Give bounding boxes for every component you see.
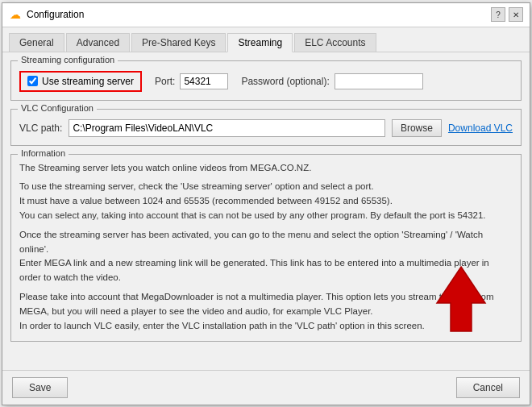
help-button[interactable]: ? xyxy=(491,7,505,22)
tab-pre-shared-keys[interactable]: Pre-Shared Keys xyxy=(131,33,226,52)
save-button[interactable]: Save xyxy=(12,377,68,398)
info-para-3: Once the streaming server has been activ… xyxy=(19,228,513,285)
main-area: Streaming configuration Use streaming se… xyxy=(2,52,530,370)
close-button[interactable]: ✕ xyxy=(509,7,523,22)
window-title: Configuration xyxy=(27,9,491,20)
browse-button[interactable]: Browse xyxy=(392,119,442,137)
title-bar: ☁ Configuration ? ✕ xyxy=(2,3,530,27)
cloud-icon: ☁ xyxy=(10,8,21,21)
content-area: Streaming configuration Use streaming se… xyxy=(2,52,530,359)
vlc-config-label: VLC Configuration xyxy=(18,103,97,113)
configuration-window: ☁ Configuration ? ✕ General Advanced Pre… xyxy=(2,2,530,405)
streaming-config-label: Streaming configuration xyxy=(18,55,118,64)
vlc-path-input[interactable] xyxy=(69,119,385,137)
use-streaming-server-checkbox[interactable] xyxy=(27,76,38,86)
tab-bar: General Advanced Pre-Shared Keys Streami… xyxy=(2,27,530,52)
information-group: Information The Streaming server lets yo… xyxy=(10,154,522,343)
use-streaming-server-text: Use streaming server xyxy=(42,76,134,87)
password-label: Password (optional): xyxy=(241,76,329,87)
title-buttons: ? ✕ xyxy=(491,7,523,22)
password-input[interactable] xyxy=(335,73,423,89)
port-label: Port: xyxy=(155,76,175,87)
streaming-row: Use streaming server Port: Password (opt… xyxy=(19,71,513,92)
information-label: Information xyxy=(18,148,69,158)
info-para-1: The Streaming server lets you watch onli… xyxy=(19,161,513,176)
vlc-config-group: VLC Configuration VLC path: Browse Downl… xyxy=(10,109,522,146)
info-para-2: To use the streaming server, check the '… xyxy=(19,180,513,222)
use-streaming-server-label[interactable]: Use streaming server xyxy=(19,71,142,92)
cancel-button[interactable]: Cancel xyxy=(456,377,520,398)
app-icon: ☁ xyxy=(9,8,22,21)
port-input[interactable] xyxy=(180,73,228,89)
tab-streaming[interactable]: Streaming xyxy=(227,33,293,52)
password-row: Password (optional): xyxy=(241,73,422,89)
tab-general[interactable]: General xyxy=(9,33,64,52)
download-vlc-link[interactable]: Download VLC xyxy=(448,123,513,134)
port-row: Port: xyxy=(155,73,228,89)
footer: Save Cancel xyxy=(2,370,530,405)
info-para-4: Please take into account that MegaDownlo… xyxy=(19,290,513,333)
info-content: The Streaming server lets you watch onli… xyxy=(19,161,513,334)
tab-advanced[interactable]: Advanced xyxy=(66,33,130,52)
streaming-config-group: Streaming configuration Use streaming se… xyxy=(10,60,522,101)
tab-elc-accounts[interactable]: ELC Accounts xyxy=(294,33,376,52)
vlc-path-label: VLC path: xyxy=(19,123,62,134)
vlc-row: VLC path: Browse Download VLC xyxy=(19,119,513,137)
